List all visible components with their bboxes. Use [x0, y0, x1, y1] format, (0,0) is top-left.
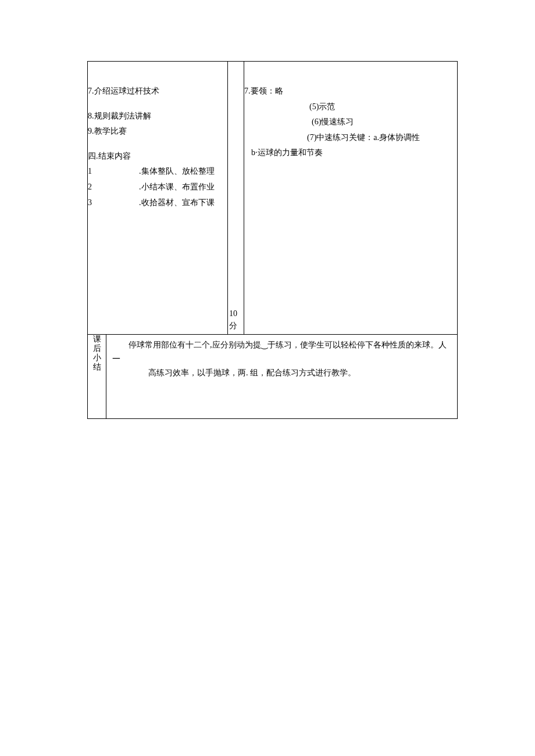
summary-content-cell: 停球常用部位有十二个,应分别动为提‿于练习，使学生可以轻松停下各种性质的来球。人… — [106, 335, 458, 419]
end-item-1: 1 .集体整队、放松整理 — [88, 164, 227, 180]
content-row: 7.介绍运球过杆技术 8.规则裁判法讲解 9.教学比赛 四.结束内容 1 .集体… — [88, 62, 458, 335]
left-content: 7.介绍运球过杆技术 8.规则裁判法讲解 9.教学比赛 四.结束内容 1 .集体… — [88, 62, 227, 210]
summary-row: 课后小结 停球常用部位有十二个,应分别动为提‿于练习，使学生可以轻松停下各种性质… — [88, 335, 458, 419]
list-number: 1 — [88, 164, 139, 180]
time-unit: 分 — [229, 320, 237, 332]
right-sub-5: (5)示范 — [244, 99, 457, 115]
right-sub-b: b·运球的力量和节奏 — [244, 145, 457, 161]
summary-label: 课后小结 — [93, 335, 101, 372]
summary-text: 停球常用部位有十二个,应分别动为提‿于练习，使学生可以轻松停下各种性质的来球。人… — [106, 335, 457, 383]
time-content: 10 分 — [229, 307, 237, 332]
left-column: 7.介绍运球过杆技术 8.规则裁判法讲解 9.教学比赛 四.结束内容 1 .集体… — [88, 62, 228, 335]
list-number: 2 — [88, 180, 139, 195]
right-sub-7: (7)中速练习关键：a.身体协调性 — [244, 130, 457, 146]
summary-line-1: 停球常用部位有十二个,应分别动为提‿于练习，使学生可以轻松停下各种性质的来球。人… — [112, 338, 451, 366]
lesson-plan-table: 7.介绍运球过杆技术 8.规则裁判法讲解 9.教学比赛 四.结束内容 1 .集体… — [87, 61, 458, 419]
item-9: 9.教学比赛 — [88, 124, 227, 139]
section-4-heading: 四.结束内容 — [88, 149, 227, 164]
right-column: 7.要领：略 (5)示范 (6)慢速练习 (7)中速练习关键：a.身体协调性 b… — [244, 62, 458, 335]
summary-line-2: 高练习效率，以手抛球，两. 组，配合练习方式进行教学。 — [112, 366, 451, 380]
main-table: 7.介绍运球过杆技术 8.规则裁判法讲解 9.教学比赛 四.结束内容 1 .集体… — [87, 61, 458, 419]
list-text: .集体整队、放松整理 — [139, 164, 215, 180]
item-7: 7.介绍运球过杆技术 — [88, 84, 227, 99]
list-text: .小结本课、布置作业 — [139, 180, 215, 195]
right-content: 7.要领：略 (5)示范 (6)慢速练习 (7)中速练习关键：a.身体协调性 b… — [244, 62, 457, 161]
time-number: 10 — [229, 307, 237, 320]
list-number: 3 — [88, 195, 139, 211]
end-item-2: 2 .小结本课、布置作业 — [88, 180, 227, 195]
list-text: .收拾器材、宣布下课 — [139, 195, 215, 211]
end-item-3: 3 .收拾器材、宣布下课 — [88, 195, 227, 211]
item-8: 8.规则裁判法讲解 — [88, 109, 227, 124]
summary-label-cell: 课后小结 — [88, 335, 106, 419]
right-item-7: 7.要领：略 — [244, 84, 457, 99]
right-sub-6: (6)慢速练习 — [244, 114, 457, 130]
time-column: 10 分 — [228, 62, 244, 335]
